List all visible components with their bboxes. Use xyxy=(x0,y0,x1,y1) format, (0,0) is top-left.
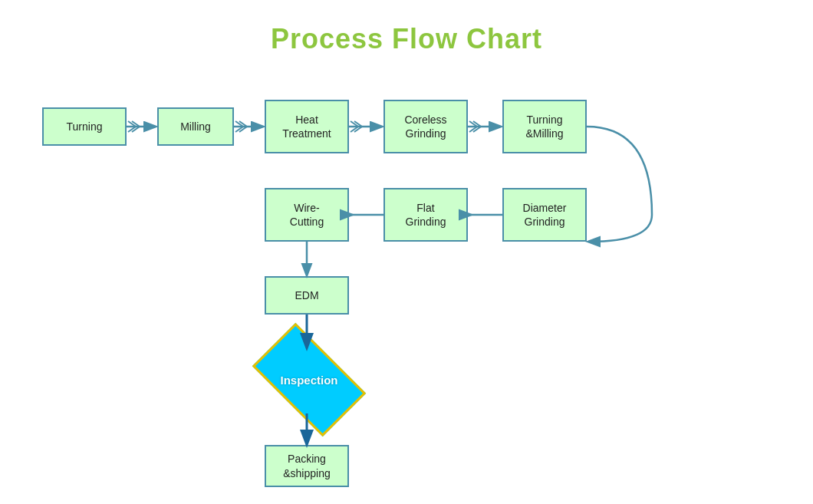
node-inspection-label: Inspection xyxy=(259,349,359,410)
node-flat: FlatGrinding xyxy=(383,188,468,242)
node-milling: Milling xyxy=(157,107,234,146)
node-diameter: DiameterGrinding xyxy=(502,188,587,242)
node-edm: EDM xyxy=(265,276,349,315)
node-turning: Turning xyxy=(42,107,127,146)
node-packing: Packing&shipping xyxy=(265,445,349,487)
flowchart: Turning Milling HeatTreatment CorelessGr… xyxy=(0,69,813,499)
node-wire: Wire-Cutting xyxy=(265,188,349,242)
node-coreless: CorelessGrinding xyxy=(383,100,468,153)
node-turning2: Turning&Milling xyxy=(502,100,587,153)
node-heat: HeatTreatment xyxy=(265,100,349,153)
page-title: Process Flow Chart xyxy=(0,0,813,55)
